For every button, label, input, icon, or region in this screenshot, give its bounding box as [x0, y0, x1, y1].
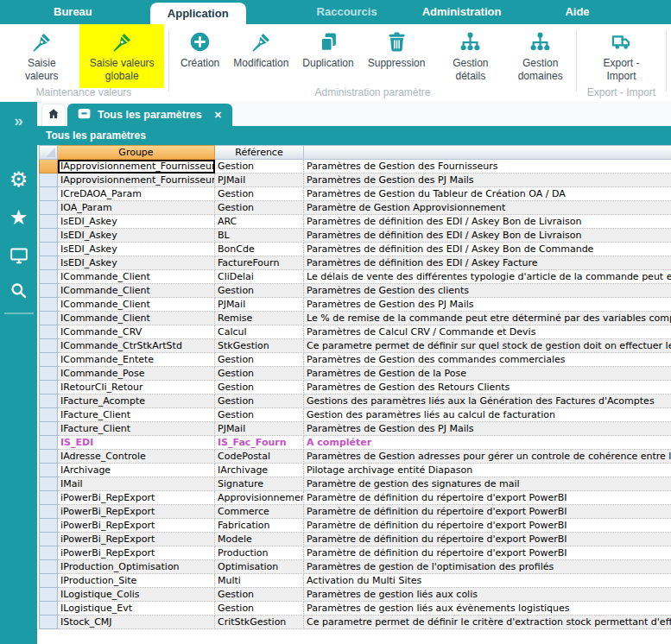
row-selector[interactable]	[39, 284, 58, 298]
ribbon-button-suppression[interactable]: Suppression	[361, 24, 433, 88]
cell-designation[interactable]: Paramètres de gestion liés aux colis	[304, 588, 671, 602]
cell-groupe[interactable]: ICommande_Client	[58, 312, 215, 325]
cell-reference[interactable]: Gestion	[215, 160, 304, 174]
cell-groupe[interactable]: IsEDI_Askey	[58, 243, 215, 256]
cell-groupe[interactable]: IArchivage	[58, 464, 215, 477]
cell-designation[interactable]: Activation du Multi Sites	[304, 574, 671, 588]
row-selector[interactable]	[39, 201, 58, 215]
row-selector[interactable]	[39, 422, 58, 436]
ribbon-button-saisie-valeurs-globale[interactable]: Saisie valeurs globale	[79, 24, 164, 88]
menu-item-administration[interactable]: Administration	[412, 0, 512, 24]
cell-designation[interactable]: Paramètres de Calcul CRV / Commande et D…	[304, 325, 671, 339]
cell-reference[interactable]: IArchivage	[215, 464, 304, 477]
ribbon-button-export-import[interactable]: Export - Import	[581, 24, 662, 88]
cell-groupe[interactable]: iPowerBi_RepExport	[58, 505, 215, 519]
cell-reference[interactable]: PJMail	[215, 298, 304, 312]
cell-reference[interactable]: Commerce	[215, 505, 304, 519]
row-selector[interactable]	[39, 367, 58, 381]
cell-designation[interactable]: Paramètres de Gestion des commandes comm…	[304, 353, 671, 367]
select-all-corner[interactable]	[39, 145, 58, 160]
row-selector[interactable]	[39, 491, 58, 505]
cell-designation[interactable]: Paramètres de Gestion des PJ Mails	[304, 298, 671, 312]
row-selector[interactable]	[39, 339, 58, 353]
cell-designation[interactable]: Le % de remise de la commande peut etre …	[304, 312, 671, 325]
cell-groupe[interactable]: IOA_Param	[58, 201, 215, 215]
row-selector[interactable]	[39, 298, 58, 312]
cell-designation[interactable]: Paramètres de Gestion des Fournisseurs	[304, 160, 671, 174]
row-selector[interactable]	[39, 174, 58, 187]
star-icon[interactable]: ★	[6, 205, 32, 230]
cell-designation[interactable]: A compléter	[304, 436, 671, 450]
cell-reference[interactable]: Optimisation	[215, 560, 304, 574]
cell-reference[interactable]: Remise	[215, 312, 304, 325]
row-selector[interactable]	[39, 436, 58, 450]
menu-item-bureau[interactable]: Bureau	[43, 0, 103, 24]
cell-designation[interactable]: Paramètres de définition des EDI / Askey…	[304, 256, 671, 270]
cell-reference[interactable]: Gestion	[215, 395, 304, 408]
cell-groupe[interactable]: ICommande_Entete	[58, 353, 215, 367]
row-selector[interactable]	[39, 408, 58, 422]
cell-reference[interactable]: IS_Fac_Fourn	[215, 436, 304, 450]
row-selector[interactable]	[39, 229, 58, 243]
row-selector[interactable]	[39, 256, 58, 270]
cell-designation[interactable]: Paramètres de Gestion de la Pose	[304, 367, 671, 381]
column-header-groupe[interactable]: Groupe	[58, 145, 215, 160]
cell-designation[interactable]: Paramètres de gestion liés aux évènement…	[304, 602, 671, 616]
row-selector[interactable]	[39, 533, 58, 546]
cell-groupe[interactable]: ICommande_CtrStkArtStd	[58, 339, 215, 353]
row-selector[interactable]	[39, 616, 58, 629]
cell-reference[interactable]: Gestion	[215, 602, 304, 616]
menu-item-raccourcis[interactable]: Raccourcis	[307, 0, 388, 24]
cell-groupe[interactable]: IFacture_Client	[58, 422, 215, 436]
cell-designation[interactable]: Pilotage archivage entité Diapason	[304, 464, 671, 477]
cell-designation[interactable]: Paramètres de définition des EDI / Askey…	[304, 243, 671, 256]
tab-close-icon[interactable]: ✕	[214, 110, 222, 121]
row-selector[interactable]	[39, 215, 58, 229]
search-icon[interactable]	[6, 278, 32, 302]
cell-groupe[interactable]: IsEDI_Askey	[58, 215, 215, 229]
ribbon-button-gestion-details[interactable]: Gestion détails	[432, 24, 509, 88]
cell-reference[interactable]: Signature	[215, 477, 304, 491]
cell-designation[interactable]: Ce parametre permet de définir sur quel …	[304, 339, 671, 353]
monitor-icon[interactable]	[6, 243, 32, 268]
cell-reference[interactable]: BonCde	[215, 243, 304, 256]
cell-reference[interactable]: Production	[215, 546, 304, 560]
column-header-designation[interactable]	[304, 145, 671, 160]
cell-designation[interactable]: Paramètres de Gestion adresses pour gére…	[304, 450, 671, 464]
row-selector[interactable]	[39, 381, 58, 395]
menu-item-application[interactable]: Application	[150, 3, 246, 24]
cell-designation[interactable]: Paramètres de Gestion du Tableur de Créa…	[304, 187, 671, 201]
cell-designation[interactable]: Ce parametre permet de définir le critèr…	[304, 616, 671, 629]
cell-reference[interactable]: CodePostal	[215, 450, 304, 464]
cell-designation[interactable]: Paramètre de gestion des signatures de m…	[304, 477, 671, 491]
row-selector[interactable]	[39, 187, 58, 201]
cell-reference[interactable]: ARC	[215, 215, 304, 229]
cell-designation[interactable]: Paramètres de définition des EDI / Askey…	[304, 229, 671, 243]
cell-designation[interactable]: Le délais de vente des différentes typol…	[304, 270, 671, 284]
chevrons-right-icon[interactable]: »	[6, 109, 32, 133]
row-selector[interactable]	[39, 270, 58, 284]
cell-groupe[interactable]: IApprovisionnement_Fournisseur	[58, 160, 215, 174]
row-selector[interactable]	[39, 546, 58, 560]
cell-reference[interactable]: Gestion	[215, 408, 304, 422]
cell-groupe[interactable]: ICommande_Client	[58, 270, 215, 284]
cell-designation[interactable]: Paramètre de définition du répertoire d'…	[304, 505, 671, 519]
cell-groupe[interactable]: IsEDI_Askey	[58, 229, 215, 243]
cell-groupe[interactable]: IApprovisionnement_Fournisseur	[58, 174, 215, 187]
cell-groupe[interactable]: IProduction_Optimisation	[58, 560, 215, 574]
cell-reference[interactable]: Gestion	[215, 381, 304, 395]
cell-reference[interactable]: Gestion	[215, 201, 304, 215]
cell-reference[interactable]: Gestion	[215, 367, 304, 381]
row-selector[interactable]	[39, 519, 58, 533]
cell-groupe[interactable]: iPowerBi_RepExport	[58, 491, 215, 505]
cell-reference[interactable]: BL	[215, 229, 304, 243]
ribbon-button-modification[interactable]: Modification	[226, 24, 295, 88]
cell-reference[interactable]: Multi	[215, 574, 304, 588]
row-selector[interactable]	[39, 464, 58, 477]
cell-reference[interactable]: Fabrication	[215, 519, 304, 533]
cell-groupe[interactable]: IRetourCli_Retour	[58, 381, 215, 395]
cell-reference[interactable]: PJMail	[215, 422, 304, 436]
gear-icon[interactable]: ⚙	[6, 167, 32, 192]
cell-groupe[interactable]: ICreDAOA_Param	[58, 187, 215, 201]
row-selector[interactable]	[39, 560, 58, 574]
